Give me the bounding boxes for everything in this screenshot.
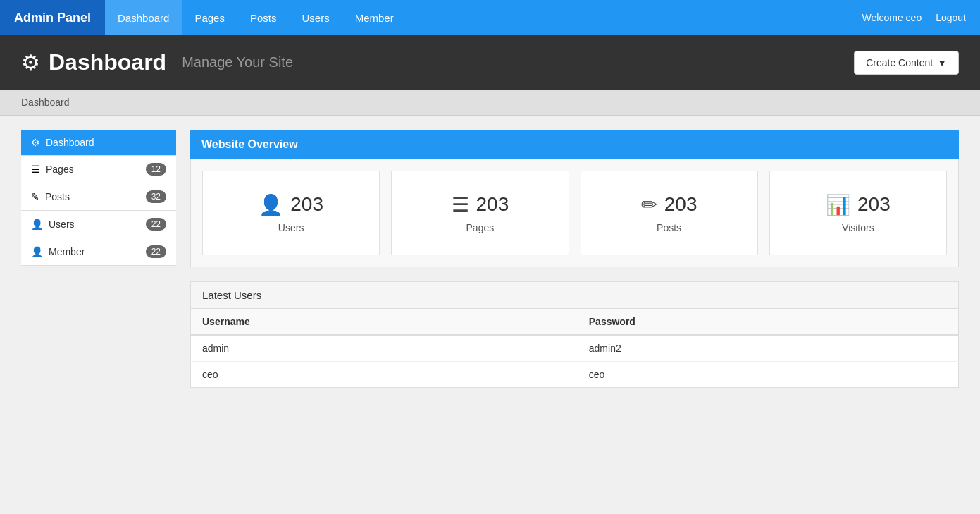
- users-table: Username Password adminadmin2ceoceo: [190, 309, 959, 388]
- logout-button[interactable]: Logout: [929, 9, 973, 26]
- sidebar-item-member[interactable]: 👤 Member 22: [21, 238, 176, 266]
- users-table-head: Username Password: [191, 309, 959, 335]
- overview-header: Website Overview: [190, 130, 959, 159]
- navbar-brand[interactable]: Admin Panel: [0, 0, 105, 35]
- username-cell: admin: [191, 335, 578, 362]
- create-content-button[interactable]: Create Content ▼: [854, 51, 959, 75]
- latest-users-section: Latest Users Username Password adminadmi…: [190, 281, 959, 388]
- pages-icon: ☰: [31, 164, 40, 175]
- sidebar-item-dashboard[interactable]: ⚙ Dashboard: [21, 130, 176, 156]
- users-stat-label: Users: [278, 222, 304, 233]
- breadcrumb: Dashboard: [0, 90, 980, 116]
- navbar-right: Welcome ceo Logout: [862, 9, 980, 26]
- visitors-stat-number: 203: [857, 193, 891, 216]
- users-table-header-row: Username Password: [191, 309, 959, 335]
- stat-card-posts: ✏ 203 Posts: [581, 171, 758, 255]
- password-cell: admin2: [578, 335, 959, 362]
- member-badge: 22: [146, 245, 166, 258]
- pages-stat-number: 203: [476, 193, 509, 216]
- sidebar: ⚙ Dashboard ☰ Pages 12 ✎ Posts 32 👤 User…: [21, 130, 176, 388]
- username-cell: ceo: [191, 362, 578, 388]
- nav-item-posts[interactable]: Posts: [237, 0, 290, 35]
- sidebar-users-label: Users: [49, 219, 75, 230]
- sidebar-item-users[interactable]: 👤 Users 22: [21, 211, 176, 238]
- stats-grid: 👤 203 Users ☰ 203 Pages: [202, 171, 947, 255]
- breadcrumb-label: Dashboard: [21, 97, 70, 108]
- visitors-stat-icon: 📊: [826, 193, 850, 216]
- page-header: ⚙ Dashboard Manage Your Site Create Cont…: [0, 35, 980, 90]
- stat-card-users: 👤 203 Users: [202, 171, 380, 255]
- users-table-body: adminadmin2ceoceo: [191, 335, 959, 388]
- password-cell: ceo: [578, 362, 959, 388]
- users-icon: 👤: [31, 219, 43, 230]
- pages-badge: 12: [146, 163, 166, 176]
- create-content-label: Create Content: [866, 57, 933, 68]
- page-subtitle: Manage Your Site: [182, 54, 293, 71]
- table-row: adminadmin2: [191, 335, 959, 362]
- sidebar-item-posts[interactable]: ✎ Posts 32: [21, 183, 176, 211]
- main-content: ⚙ Dashboard ☰ Pages 12 ✎ Posts 32 👤 User…: [0, 116, 980, 402]
- nav-item-dashboard[interactable]: Dashboard: [105, 0, 182, 35]
- latest-users-header: Latest Users: [190, 281, 959, 309]
- gear-icon: ⚙: [31, 137, 40, 148]
- overview-section: Website Overview 👤 203 Users ☰ 203: [190, 130, 959, 267]
- navbar: Admin Panel Dashboard Pages Posts Users …: [0, 0, 980, 35]
- member-icon: 👤: [31, 246, 43, 257]
- users-badge: 22: [146, 218, 166, 231]
- users-stat-number: 203: [290, 193, 323, 216]
- password-column-header: Password: [578, 309, 959, 335]
- page-title: Dashboard: [49, 49, 166, 75]
- nav-item-member[interactable]: Member: [342, 0, 407, 35]
- welcome-text: Welcome ceo: [862, 12, 922, 23]
- sidebar-member-label: Member: [49, 246, 85, 257]
- main-panel: Website Overview 👤 203 Users ☰ 203: [190, 130, 959, 388]
- sidebar-item-pages[interactable]: ☰ Pages 12: [21, 156, 176, 183]
- sidebar-pages-label: Pages: [46, 164, 74, 175]
- posts-stat-icon: ✏: [641, 193, 657, 216]
- page-header-left: ⚙ Dashboard Manage Your Site: [21, 49, 293, 75]
- users-stat-icon: 👤: [259, 193, 283, 216]
- overview-body: 👤 203 Users ☰ 203 Pages: [190, 159, 959, 267]
- nav-item-users[interactable]: Users: [289, 0, 342, 35]
- sidebar-dashboard-label: Dashboard: [46, 137, 94, 148]
- sidebar-posts-label: Posts: [45, 191, 70, 202]
- table-row: ceoceo: [191, 362, 959, 388]
- posts-icon: ✎: [31, 191, 39, 202]
- nav-item-pages[interactable]: Pages: [182, 0, 237, 35]
- pages-stat-label: Pages: [466, 222, 495, 233]
- posts-badge: 32: [146, 190, 166, 203]
- posts-stat-label: Posts: [657, 222, 681, 233]
- stat-card-pages: ☰ 203 Pages: [391, 171, 569, 255]
- navbar-nav: Dashboard Pages Posts Users Member: [105, 0, 862, 35]
- pages-stat-icon: ☰: [452, 193, 469, 216]
- visitors-stat-label: Visitors: [842, 222, 874, 233]
- posts-stat-number: 203: [664, 193, 697, 216]
- stat-card-visitors: 📊 203 Visitors: [769, 171, 947, 255]
- dashboard-gear-icon: ⚙: [21, 50, 40, 75]
- dropdown-arrow-icon: ▼: [937, 57, 947, 68]
- username-column-header: Username: [191, 309, 578, 335]
